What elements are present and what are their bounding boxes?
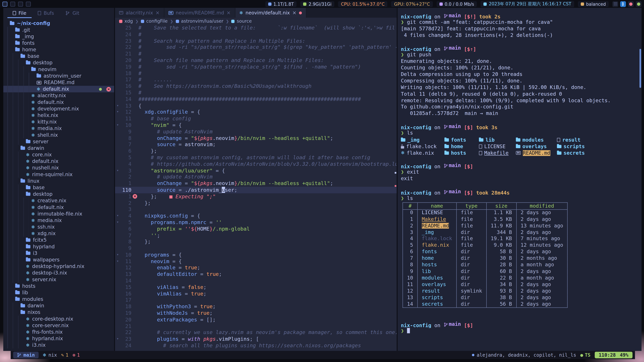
code-line[interactable]: 20 extraPackages = [];	[115, 317, 397, 323]
error-count[interactable]: ⊗ 1	[72, 352, 80, 358]
git-branch-indicator[interactable]: main	[13, 352, 38, 358]
tree-item[interactable]: darwin	[3, 303, 114, 309]
code-line[interactable]: 6 };	[115, 148, 397, 154]
code-line[interactable]: 16 vimAlias = true;	[115, 291, 397, 297]
code-line[interactable]: 8 onChange = "${pkgs.neovim}/bin/nvim --…	[115, 135, 397, 141]
tree-item[interactable]: ❄kitty.nix	[3, 119, 114, 125]
code-line[interactable]: 13 defaultEditor = true;	[115, 271, 397, 278]
breadcrumb-item[interactable]: source	[232, 18, 252, 24]
tree-item[interactable]: i3	[3, 250, 114, 256]
workspace-button[interactable]	[26, 1, 31, 6]
tree-item[interactable]: _img	[3, 33, 114, 40]
terminal-scrollbar[interactable]	[640, 49, 641, 88]
code-line[interactable]: ▾10 "nvim" = {	[115, 122, 397, 128]
code-line[interactable]: 22# sed -ri "s/pattern_str/replace_str/g…	[115, 44, 397, 51]
code-line[interactable]: 5 # my cusotom astronvim config, astronv…	[115, 154, 397, 161]
warning-count[interactable]: ✎ 1	[61, 352, 68, 358]
tree-item[interactable]: ❄media.nix	[3, 125, 114, 132]
breadcrumb-item[interactable]: xdg	[119, 18, 133, 24]
code-line[interactable]: 25# Save the selected text to a file: `:…	[115, 25, 397, 31]
tree-item[interactable]: lib	[3, 290, 114, 296]
code-line[interactable]: 19# sed -ri "s/pattern_str/replace_str/g…	[115, 63, 397, 70]
workspace-button[interactable]	[2, 1, 8, 6]
code-line[interactable]: 21#	[115, 51, 397, 57]
workspace-button[interactable]	[10, 1, 15, 6]
tree-item[interactable]: modules	[3, 296, 114, 303]
code-line[interactable]: 2 # update AstroNvim	[115, 174, 397, 180]
fold-chevron-icon[interactable]: ▾	[115, 219, 120, 226]
breadcrumb-item[interactable]: astronvim/lua/user	[176, 18, 224, 24]
code-line[interactable]: 24 # search all the plugins using https:…	[115, 343, 397, 349]
tree-item[interactable]: ❄default.nix	[3, 204, 114, 211]
code-line[interactable]: ▾11 neovim = {	[115, 258, 397, 265]
code-area[interactable]: 25# Save the selected text to a file: `:…	[115, 25, 397, 349]
tree-item[interactable]: ❄desktop-i3.nix	[3, 270, 114, 276]
code-line[interactable]: 6 prefix = ''${HOME}/.npm-global	[115, 226, 397, 232]
tree-item[interactable]: home	[3, 46, 114, 53]
tree-item[interactable]: hyprland	[3, 243, 114, 250]
code-line[interactable]: 8 };	[115, 239, 397, 245]
terminal-pane[interactable]: nix-config on main [$!] took 2s❯ git com…	[397, 8, 642, 351]
tree-item[interactable]: base	[3, 184, 114, 191]
fold-chevron-icon[interactable]: ▾	[115, 167, 120, 174]
code-line[interactable]: 23# Search key pattern and Replace in Mu…	[115, 37, 397, 44]
tree-item[interactable]: ❄default.nix	[3, 99, 114, 105]
tree-item[interactable]: hosts	[3, 283, 114, 289]
code-line[interactable]: 12 enable = true;	[115, 265, 397, 271]
editor-tab[interactable]: alacritty.nix×	[115, 8, 164, 18]
tree-item[interactable]: base	[3, 53, 114, 59]
code-line[interactable]: 14	[115, 278, 397, 284]
fold-chevron-icon[interactable]: ▾	[115, 252, 120, 258]
close-icon[interactable]: ×	[292, 10, 296, 15]
tree-item[interactable]: ❄creative.nix	[3, 197, 114, 204]
code-line[interactable]: ▾12 xdg.configFile = {	[115, 109, 397, 115]
tree-item[interactable]: ❄server.nix	[3, 276, 114, 283]
sidebar-tab-git[interactable]: Git	[60, 9, 85, 18]
code-line[interactable]: 17	[115, 297, 397, 304]
tree-item[interactable]: server	[3, 138, 114, 145]
tree-item[interactable]: ❄rime-squirrel.nix	[3, 171, 114, 178]
tree-item[interactable]: ❄core-server.nix	[3, 322, 114, 329]
code-line[interactable]: 21	[115, 323, 397, 330]
code-line[interactable]: ▾23 plugins = with pkgs.vimPlugins; [	[115, 336, 397, 343]
tree-item[interactable]: fcitx5	[3, 237, 114, 243]
breadcrumb-item[interactable]: configFile	[141, 18, 168, 24]
tree-item[interactable]: ❄core.nix	[3, 151, 114, 158]
tree-item[interactable]: nixos	[3, 309, 114, 316]
code-line[interactable]: 9	[115, 245, 397, 252]
tree-item[interactable]: .git	[3, 27, 114, 33]
code-line[interactable]: 4 # https://github.com/AstroNvim/AstroNv…	[115, 161, 397, 167]
tree-item[interactable]: ❄development.nix	[3, 105, 114, 112]
status-tray-icon[interactable]	[636, 1, 642, 7]
keyboard-tray-icon[interactable]	[612, 1, 618, 7]
tree-item[interactable]: neovim	[3, 66, 114, 72]
tree-item[interactable]: desktop	[3, 191, 114, 197]
code-line[interactable]: 16# See https://astronvim.com/Basic%20Us…	[115, 83, 397, 89]
fold-chevron-icon[interactable]: ▾	[115, 213, 120, 219]
power-tray-icon[interactable]	[628, 1, 634, 7]
workspace-button[interactable]	[18, 1, 23, 6]
fold-chevron-icon[interactable]: ▾	[115, 122, 120, 128]
fold-chevron-icon[interactable]: ▾	[115, 336, 120, 343]
code-line[interactable]: 11 # base config	[115, 115, 397, 122]
code-line[interactable]: 110 source = ./astronvim_user;	[115, 187, 397, 193]
tree-item[interactable]: ❄default.nix×	[3, 86, 114, 92]
tree-item[interactable]: MREADME.md	[3, 79, 114, 86]
file-tree[interactable]: ~/nix-config.git_imgfontshomebasedesktop…	[3, 18, 114, 349]
editor-tab[interactable]: Mneovim/README.md×	[164, 8, 235, 18]
tree-item[interactable]: astronvim_user	[3, 72, 114, 79]
code-line[interactable]: 22 # currently we use lazy.nvim as neovi…	[115, 329, 397, 336]
tree-item[interactable]: ❄core-desktop.nix	[3, 316, 114, 322]
code-line[interactable]: 20# Search file name pattern and Replace…	[115, 57, 397, 63]
code-line[interactable]: 14######################################…	[115, 96, 397, 102]
tree-item[interactable]: ❄ssh.nix	[3, 224, 114, 230]
tree-item[interactable]: ❄desktop-hyprland.nix	[3, 263, 114, 270]
close-icon[interactable]: ×	[226, 10, 231, 15]
code-line[interactable]: 1 onChange = "${pkgs.neovim}/bin/nvim --…	[115, 180, 397, 187]
tree-item[interactable]: ❄hyprland.nix	[3, 335, 114, 342]
tree-item[interactable]: fonts	[3, 40, 114, 46]
tree-item[interactable]: ❄i3.nix	[3, 342, 114, 349]
tree-item[interactable]: ❄default.nix	[3, 158, 114, 165]
fold-chevron-icon[interactable]: ▾	[115, 102, 120, 109]
code-line[interactable]: 17# ......	[115, 76, 397, 83]
